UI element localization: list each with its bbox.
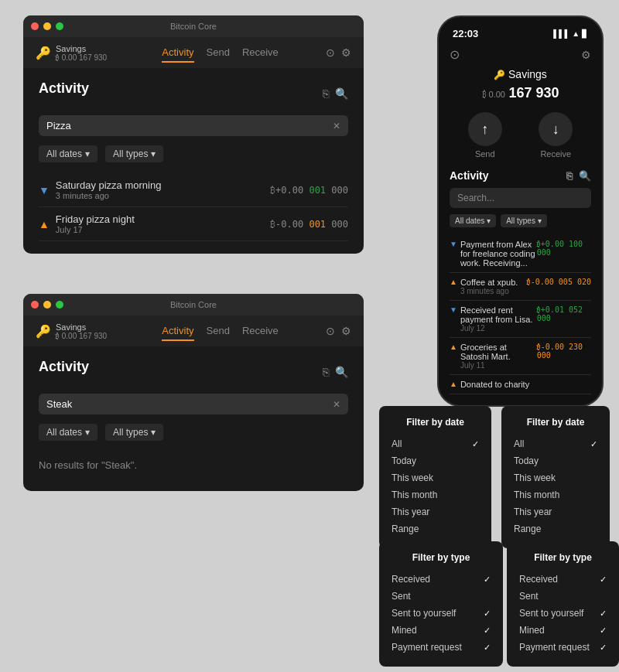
section-icons-2: ⎘ 🔍 (323, 366, 348, 378)
tab-activity-2[interactable]: Activity (162, 322, 193, 341)
tab-receive-2[interactable]: Receive (242, 322, 279, 341)
mobile-receive-btn[interactable]: ↓ Receive (539, 112, 573, 159)
mobile-wallet-label: 🔑 Savings (450, 68, 591, 80)
filter-type-payment-1[interactable]: Payment request ✓ (392, 639, 491, 656)
filter-date-title-1: Filter by date (392, 417, 479, 428)
export-icon-1[interactable]: ⎘ (323, 87, 329, 100)
search-icon-1[interactable]: 🔍 (335, 87, 348, 100)
mobile-tx-amount-1: ₿+0.00 100 000 (537, 240, 591, 257)
mobile-search-icon[interactable]: 🔍 (579, 170, 591, 182)
filter-date-item-today-1[interactable]: Today (392, 452, 479, 469)
filter-date-item-month-2[interactable]: This month (514, 486, 597, 503)
filter-type-received-1[interactable]: Received ✓ (392, 571, 491, 588)
filter-dates-1[interactable]: All dates ▾ (39, 145, 97, 162)
filter-date-panel-2: Filter by date All ✓ Today This week Thi… (501, 406, 610, 548)
tab-activity-1[interactable]: Activity (162, 43, 193, 63)
filter-date-item-year-2[interactable]: This year (514, 503, 597, 520)
settings-icon-1[interactable]: ⚙ (341, 46, 351, 59)
mobile-tx-name-5: Donated to charity (460, 380, 529, 389)
mobile-tx-time-4: July 11 (460, 361, 537, 370)
mobile-back-icon[interactable]: ⊙ (450, 47, 460, 62)
filter-date-item-range-1[interactable]: Range (392, 520, 479, 537)
search-value-1[interactable]: Pizza (46, 120, 327, 131)
filter-type-self-1[interactable]: Sent to yourself ✓ (392, 605, 491, 622)
mobile-tx-name-4: Groceries at Satoshi Mart. (460, 343, 537, 361)
mobile-filter-dates[interactable]: All dates ▾ (450, 214, 496, 227)
filter-types-2[interactable]: All types ▾ (105, 424, 163, 441)
transaction-row-2[interactable]: ▲ Friday pizza night July 17 ₿-0.00 001 … (39, 207, 348, 241)
mobile-send-circle[interactable]: ↑ (468, 112, 502, 146)
close-button[interactable] (31, 22, 39, 30)
mobile-export-icon[interactable]: ⎘ (566, 170, 573, 182)
wallet-name-1: Savings (56, 44, 107, 53)
mobile-signal-icons: ▌▌▌ ▲ ▊ (553, 29, 588, 38)
tab-receive-1[interactable]: Receive (242, 43, 279, 63)
close-button-2[interactable] (31, 301, 39, 309)
window-controls-2 (31, 301, 63, 309)
mobile-tx-2[interactable]: ▲ Coffee at xpub. 3 minutes ago ₿-0.00 0… (450, 273, 591, 301)
filter-date-item-week-1[interactable]: This week (392, 469, 479, 486)
filter-date-item-all-1[interactable]: All ✓ (392, 435, 479, 452)
filter-date-item-week-2[interactable]: This week (514, 469, 597, 486)
tx-time-1: 3 minutes ago (56, 191, 162, 200)
section-title-1: Activity (39, 80, 89, 97)
minimize-button-2[interactable] (43, 301, 51, 309)
transaction-row-1[interactable]: ▼ Saturday pizza morning 3 minutes ago ₿… (39, 173, 348, 207)
export-icon-2[interactable]: ⎘ (323, 366, 329, 378)
mobile-filter-row: All dates ▾ All types ▾ (450, 214, 591, 227)
tx-icon-1: ▼ (39, 184, 50, 196)
maximize-button[interactable] (56, 22, 63, 30)
mobile-section-title: Activity ⎘ 🔍 (450, 169, 591, 182)
mobile-tx-5[interactable]: ▲ Donated to charity (450, 375, 591, 394)
filter-type-title-2: Filter by type (519, 552, 607, 563)
maximize-button-2[interactable] (56, 301, 63, 309)
mobile-wallet-header: ⊙ ⚙ (450, 47, 591, 62)
tx-icon-2: ▲ (39, 218, 50, 230)
nav-icons-2: ⊙ ⚙ (326, 325, 351, 337)
filter-date-item-range-2[interactable]: Range (514, 520, 597, 537)
filter-date-item-month-1[interactable]: This month (392, 486, 479, 503)
history-icon-2[interactable]: ⊙ (326, 325, 335, 337)
search-clear-2[interactable]: ✕ (333, 399, 340, 410)
filter-type-sent-1[interactable]: Sent (392, 588, 491, 605)
settings-icon-2[interactable]: ⚙ (341, 325, 351, 337)
mobile-receive-label: Receive (540, 149, 571, 159)
mobile-tx-3[interactable]: ▼ Received rent payment from Lisa. July … (450, 301, 591, 338)
window-title-1: Bitcoin Core (170, 22, 217, 31)
tx-right-2: ₿-0.00 001 000 (270, 219, 348, 230)
filter-type-mined-1[interactable]: Mined ✓ (392, 622, 491, 639)
filter-type-mined-2[interactable]: Mined ✓ (519, 622, 607, 639)
mobile-send-btn[interactable]: ↑ Send (468, 112, 502, 159)
filter-type-payment-2[interactable]: Payment request ✓ (519, 639, 607, 656)
filter-types-1[interactable]: All types ▾ (105, 145, 163, 162)
mobile-receive-circle[interactable]: ↓ (539, 112, 573, 146)
filter-date-item-all-2[interactable]: All ✓ (514, 435, 597, 452)
search-value-2[interactable]: Steak (46, 398, 327, 410)
mobile-section-icons: ⎘ 🔍 (566, 170, 591, 182)
mobile-phone: 22:03 ▌▌▌ ▲ ▊ ⊙ ⚙ 🔑 Savings ₿ 0.00 167 9… (437, 15, 604, 407)
tab-send-2[interactable]: Send (207, 322, 230, 341)
tab-send-1[interactable]: Send (207, 43, 230, 63)
search-clear-1[interactable]: ✕ (333, 121, 340, 131)
search-icon-2[interactable]: 🔍 (335, 366, 348, 378)
titlebar-2: Bitcoin Core (23, 294, 364, 316)
filter-type-self-2[interactable]: Sent to yourself ✓ (519, 605, 607, 622)
titlebar-1: Bitcoin Core (23, 15, 364, 37)
window-nav-2: 🔑 Savings ₿ 0.00 167 930 Activity Send R… (23, 316, 364, 346)
filter-type-received-2[interactable]: Received ✓ (519, 571, 607, 588)
history-icon-1[interactable]: ⊙ (326, 46, 335, 59)
key-icon-2: 🔑 (36, 324, 51, 339)
filter-date-item-year-1[interactable]: This year (392, 503, 479, 520)
mobile-balance-amount: 167 930 (508, 85, 559, 101)
wallet-name-2: Savings (56, 322, 107, 332)
mobile-tx-4[interactable]: ▲ Groceries at Satoshi Mart. July 11 ₿-0… (450, 338, 591, 375)
mobile-tx-1[interactable]: ▼ Payment from Alex for freelance coding… (450, 235, 591, 273)
filter-type-sent-2[interactable]: Sent (519, 588, 607, 605)
mobile-search-bar[interactable]: Search... (450, 188, 591, 208)
filter-dates-2[interactable]: All dates ▾ (39, 424, 97, 441)
mobile-filter-types[interactable]: All types ▾ (501, 214, 547, 227)
nav-tabs-1: Activity Send Receive (130, 43, 310, 63)
minimize-button[interactable] (43, 22, 51, 30)
mobile-gear-icon[interactable]: ⚙ (581, 49, 591, 61)
filter-date-item-today-2[interactable]: Today (514, 452, 597, 469)
